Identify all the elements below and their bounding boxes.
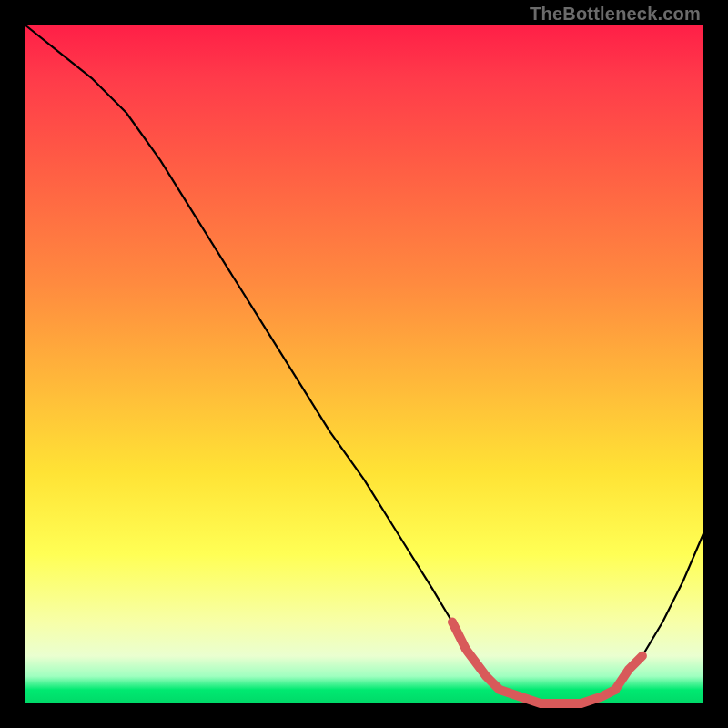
plot-area [25, 25, 703, 703]
watermark-text: TheBottleneck.com [530, 4, 701, 25]
highlight-segment-rise [615, 656, 642, 690]
curve-svg [25, 25, 703, 703]
bottleneck-curve [25, 25, 703, 703]
chart-frame: TheBottleneck.com [0, 0, 728, 728]
highlight-segment-valley [452, 622, 615, 704]
